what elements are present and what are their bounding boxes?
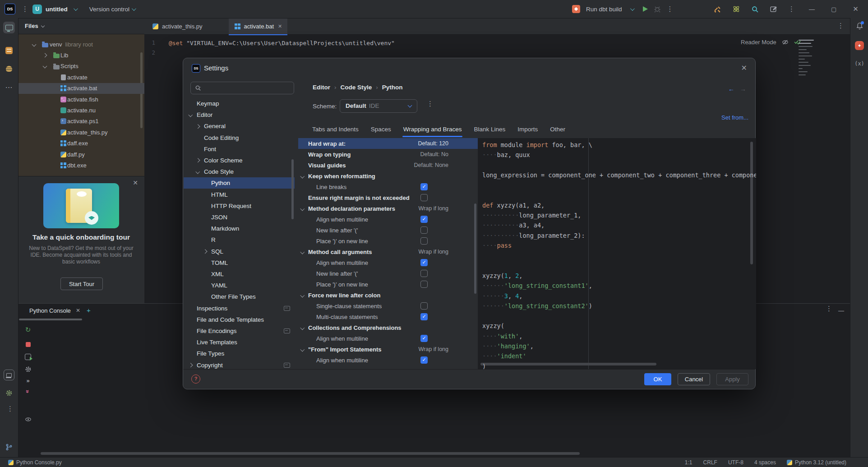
- settings-nav-item-toml[interactable]: TOML: [184, 257, 295, 268]
- main-menu-icon[interactable]: ⋮: [22, 7, 26, 11]
- settings-nav-item-keymap[interactable]: Keymap: [184, 98, 295, 109]
- chevron-down-icon[interactable]: [300, 325, 305, 329]
- settings-row-new-line-after-[interactable]: New line after '(': [298, 225, 478, 236]
- chevron-down-icon[interactable]: [300, 206, 305, 210]
- more-tools-icon[interactable]: ⋯: [3, 81, 15, 93]
- rerun-icon[interactable]: ↻: [23, 324, 33, 335]
- settings-nav-item-json[interactable]: JSON: [184, 212, 295, 223]
- settings-nav-item-python[interactable]: Python: [184, 177, 295, 189]
- settings-row-align-when-multiline[interactable]: Align when multiline✓: [298, 214, 478, 225]
- checkbox[interactable]: [420, 227, 428, 234]
- close-icon[interactable]: ✕: [278, 23, 282, 29]
- tab-wrapping-and-braces[interactable]: Wrapping and Braces: [403, 126, 462, 137]
- file-tree-item-activate.nu[interactable]: activate.nu: [18, 105, 144, 116]
- settings-nav-item-font[interactable]: Font: [184, 143, 295, 155]
- debug-icon[interactable]: [654, 5, 661, 13]
- nav-scrollbar[interactable]: [291, 159, 294, 219]
- console-tab[interactable]: Python Console: [29, 307, 71, 314]
- console-top-scrollbar[interactable]: [19, 319, 82, 320]
- settings-nav-item-copyright[interactable]: Copyright: [184, 360, 295, 369]
- commit-icon[interactable]: [3, 45, 15, 56]
- settings-nav-item-file-types[interactable]: File Types: [184, 348, 295, 359]
- settings-row-force-new-line-after-colon[interactable]: Force new line after colon: [298, 290, 478, 301]
- settings-row-line-breaks[interactable]: Line breaks✓: [298, 181, 478, 192]
- variables-icon[interactable]: (x): [854, 58, 865, 69]
- checkbox[interactable]: ✓: [420, 183, 428, 190]
- packages-gear-icon[interactable]: [3, 387, 15, 399]
- statusbar-item[interactable]: 4 spaces: [754, 459, 776, 466]
- project-view-icon[interactable]: [3, 22, 15, 33]
- preview-hscrollbar[interactable]: [480, 363, 656, 365]
- settings-row-align-when-multiline[interactable]: Align when multiline✓: [298, 257, 478, 268]
- settings-row-collections-and-comprehensions[interactable]: Collections and Comprehensions: [298, 322, 478, 333]
- settings-nav-item-code-editing[interactable]: Code Editing: [184, 132, 295, 143]
- settings-nav-item-xml[interactable]: XML: [184, 268, 295, 280]
- help-icon[interactable]: ?: [191, 375, 200, 384]
- checkbox[interactable]: [420, 270, 428, 277]
- files-panel-header[interactable]: Files: [18, 18, 144, 34]
- tab-imports[interactable]: Imports: [517, 126, 538, 137]
- vcs-widget[interactable]: Version control: [89, 6, 135, 13]
- chevron-icon[interactable]: [189, 113, 193, 117]
- chevron-icon[interactable]: [196, 158, 200, 162]
- file-tree-item-activate.fish[interactable]: activate.fish: [18, 94, 144, 105]
- editor-tab-activate_this.py[interactable]: activate_this.py: [147, 18, 208, 34]
- checkbox[interactable]: [420, 302, 428, 310]
- preview-vscrollbar[interactable]: [750, 142, 753, 264]
- more-icon[interactable]: ⋮: [667, 7, 671, 11]
- settings-row-place-on-new-line[interactable]: Place ')' on new line: [298, 279, 478, 290]
- settings-row-keep-when-reformatting[interactable]: Keep when reformatting: [298, 171, 478, 181]
- checkbox[interactable]: [420, 281, 428, 288]
- editor-code-line[interactable]: @set "VIRTUAL_ENV=C:\Users\User\Dataspel…: [169, 40, 395, 46]
- chevron-down-icon[interactable]: [300, 293, 305, 297]
- chevron-icon[interactable]: [32, 42, 37, 46]
- settings-nav-item-inspections[interactable]: Inspections: [184, 303, 295, 314]
- settings-row-align-when-multiline[interactable]: Align when multiline✓: [298, 333, 478, 344]
- file-tree-item-activate.bat[interactable]: activate.bat: [18, 83, 144, 94]
- settings-row-hard-wrap-at-[interactable]: Hard wrap at:Default: 120: [298, 138, 478, 149]
- list-scrollbar[interactable]: [474, 203, 476, 294]
- more-icon[interactable]: ⋮: [3, 403, 15, 415]
- ai-assistant-icon[interactable]: ✦: [854, 40, 865, 51]
- settings-row-single-clause-statements[interactable]: Single-clause statements: [298, 301, 478, 311]
- settings-nav-item-file-and-code-templates[interactable]: File and Code Templates: [184, 314, 295, 325]
- settings-nav-item-markdown[interactable]: Markdown: [184, 223, 295, 234]
- chevron-icon[interactable]: [203, 249, 207, 253]
- chevron-icon[interactable]: [43, 53, 47, 57]
- settings-nav-item-live-templates[interactable]: Live Templates: [184, 337, 295, 348]
- ok-button[interactable]: OK: [644, 373, 671, 385]
- eye-icon[interactable]: [23, 414, 33, 425]
- apply-button[interactable]: Apply: [716, 373, 748, 385]
- settings-nav-item-html[interactable]: HTML: [184, 189, 295, 200]
- settings-gear-icon[interactable]: [23, 364, 33, 375]
- chevron-icon[interactable]: [196, 124, 200, 128]
- tab-blank-lines[interactable]: Blank Lines: [474, 126, 505, 137]
- close-icon[interactable]: ✕: [741, 64, 747, 72]
- scheme-select[interactable]: Default IDE: [340, 99, 417, 113]
- settings-row-visual-guides[interactable]: Visual guidesDefault: None: [298, 160, 478, 171]
- settings-nav-item-yaml[interactable]: YAML: [184, 280, 295, 291]
- checkbox[interactable]: ✓: [420, 356, 428, 364]
- jump-to-prompt-icon[interactable]: »: [23, 375, 33, 386]
- settings-row-method-call-arguments[interactable]: Method call argumentsWrap if long: [298, 246, 478, 257]
- database-icon[interactable]: [3, 63, 15, 74]
- settings-row-new-line-after-[interactable]: New line after '(': [298, 268, 478, 279]
- minimize-icon[interactable]: —: [809, 6, 815, 13]
- file-tree-item-venv[interactable]: venvlibrary root: [18, 39, 144, 50]
- branch-icon[interactable]: [3, 441, 15, 453]
- settings-row-align-when-multiline[interactable]: Align when multiline✓: [298, 355, 478, 365]
- statusbar-item[interactable]: 1:1: [685, 459, 693, 466]
- scheme-actions-icon[interactable]: ⋮: [427, 102, 431, 106]
- console-hscrollbar[interactable]: [41, 452, 580, 455]
- checkbox[interactable]: [420, 194, 428, 201]
- plugins-atom-icon[interactable]: [732, 5, 740, 13]
- project-widget[interactable]: U untitled: [32, 5, 77, 14]
- file-tree-item-dbt.exe[interactable]: dbt.exe: [18, 160, 144, 171]
- settings-row-multi-clause-statements[interactable]: Multi-clause statements✓: [298, 311, 478, 322]
- cancel-button[interactable]: Cancel: [678, 373, 710, 385]
- run-config-name[interactable]: Run dbt build: [586, 6, 622, 13]
- file-tree-item-daff.exe[interactable]: daff.exe: [18, 138, 144, 149]
- settings-row-place-on-new-line[interactable]: Place ')' on new line: [298, 236, 478, 246]
- settings-row-wrap-on-typing[interactable]: Wrap on typingDefault: No: [298, 149, 478, 160]
- chevron-icon[interactable]: [189, 363, 193, 367]
